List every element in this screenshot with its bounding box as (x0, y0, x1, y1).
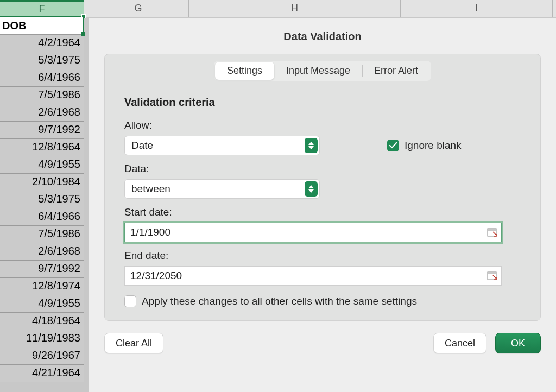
stepper-icon (305, 138, 318, 153)
table-cell[interactable]: 12/8/1974 (0, 278, 84, 295)
checkbox-unchecked-icon (124, 295, 136, 307)
checkbox-checked-icon (387, 140, 399, 151)
table-cell[interactable]: 2/6/1968 (0, 243, 84, 261)
ok-button[interactable]: OK (495, 333, 541, 353)
range-selector-icon[interactable] (486, 226, 498, 238)
table-cell[interactable]: 9/7/1992 (0, 261, 84, 278)
column-headers-overflow: G H I (88, 0, 556, 17)
table-cell[interactable]: 6/4/1966 (0, 69, 84, 87)
table-cell[interactable]: 4/9/1955 (0, 295, 84, 313)
data-validation-dialog: Data Validation Settings Input Message E… (89, 18, 556, 392)
dialog-panel: Settings Input Message Error Alert Valid… (104, 54, 541, 321)
start-date-input[interactable]: 1/1/1900 (124, 223, 502, 242)
table-cell[interactable]: 9/7/1992 (0, 122, 84, 139)
data-select-value: between (131, 183, 170, 195)
cancel-button[interactable]: Cancel (433, 333, 486, 353)
end-date-input[interactable]: 12/31/2050 (124, 266, 502, 286)
column-header-I[interactable]: I (401, 0, 553, 17)
table-cell[interactable]: 2/6/1968 (0, 104, 84, 122)
ignore-blank-checkbox[interactable]: Ignore blank (387, 140, 462, 151)
stepper-icon (305, 181, 318, 197)
table-cell[interactable]: 4/18/1964 (0, 313, 84, 330)
table-cell[interactable]: 2/10/1984 (0, 174, 84, 191)
spreadsheet-column-F: F DOB 4/2/19645/3/19756/4/19667/5/19862/… (0, 0, 88, 392)
table-cell[interactable]: 12/8/1964 (0, 139, 84, 156)
start-date-value: 1/1/1900 (130, 226, 486, 238)
allow-label: Allow: (124, 119, 521, 131)
table-cell[interactable]: 6/4/1966 (0, 208, 84, 226)
criteria-heading: Validation criteria (124, 96, 521, 109)
column-header-F[interactable]: F (0, 0, 84, 17)
table-cell[interactable]: 5/3/1975 (0, 52, 84, 69)
end-date-value: 12/31/2050 (130, 270, 486, 282)
data-select[interactable]: between (124, 179, 320, 199)
tab-error-alert[interactable]: Error Alert (362, 62, 430, 80)
table-cell[interactable]: 7/5/1986 (0, 226, 84, 243)
table-cell[interactable]: 4/9/1955 (0, 156, 84, 174)
table-cell[interactable]: 7/5/1986 (0, 87, 84, 104)
allow-select-value: Date (131, 140, 153, 151)
column-header-G[interactable]: G (88, 0, 189, 17)
end-date-label: End date: (124, 250, 521, 262)
tab-settings[interactable]: Settings (215, 62, 274, 80)
table-cell[interactable]: 11/19/1983 (0, 330, 84, 347)
data-label: Data: (124, 163, 521, 175)
table-cell[interactable]: 4/21/1964 (0, 365, 84, 382)
svg-rect-1 (488, 229, 496, 231)
column-header-F-label: F (39, 3, 45, 15)
table-cell[interactable]: 9/26/1967 (0, 347, 84, 365)
table-cell[interactable]: 4/2/1964 (0, 35, 84, 52)
ignore-blank-label: Ignore blank (405, 140, 462, 151)
start-date-label: Start date: (124, 206, 521, 218)
svg-rect-3 (488, 272, 496, 274)
apply-all-checkbox[interactable]: Apply these changes to all other cells w… (124, 295, 417, 307)
apply-all-label: Apply these changes to all other cells w… (142, 295, 417, 307)
clear-all-button[interactable]: Clear All (104, 333, 163, 353)
table-cell[interactable]: 5/3/1975 (0, 191, 84, 208)
range-selector-icon[interactable] (486, 270, 498, 282)
allow-select[interactable]: Date (124, 136, 320, 155)
column-header-H[interactable]: H (189, 0, 401, 17)
table-header-cell[interactable]: DOB (0, 17, 84, 35)
tab-bar: Settings Input Message Error Alert (105, 61, 540, 81)
tab-input-message[interactable]: Input Message (274, 62, 362, 80)
dialog-title: Data Validation (89, 18, 556, 54)
